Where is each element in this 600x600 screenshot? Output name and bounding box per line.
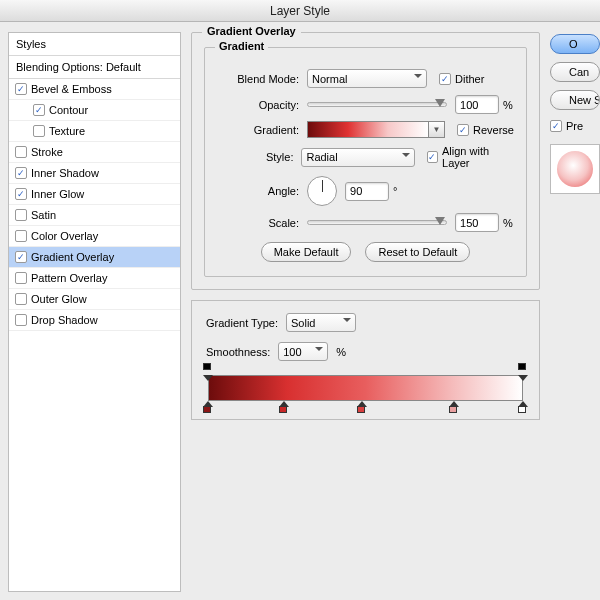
gradient-editor-group: Gradient Type: Solid Smoothness: 100 % <box>191 300 540 420</box>
style-checkbox[interactable] <box>15 293 27 305</box>
percent-label: % <box>503 217 513 229</box>
reset-default-button[interactable]: Reset to Default <box>365 242 470 262</box>
gradient-bar-container <box>208 375 523 401</box>
scale-input[interactable]: 150 <box>455 213 499 232</box>
style-checkbox[interactable] <box>15 209 27 221</box>
style-label: Outer Glow <box>31 293 87 305</box>
sidebar-heading-blending[interactable]: Blending Options: Default <box>9 56 180 79</box>
style-checkbox[interactable] <box>15 272 27 284</box>
style-item-inner-glow[interactable]: Inner Glow <box>9 184 180 205</box>
dither-label: Dither <box>455 73 484 85</box>
scale-slider[interactable] <box>307 220 447 225</box>
style-label: Drop Shadow <box>31 314 98 326</box>
style-label: Gradient Overlay <box>31 251 114 263</box>
style-item-inner-shadow[interactable]: Inner Shadow <box>9 163 180 184</box>
style-label: Inner Glow <box>31 188 84 200</box>
blend-mode-select[interactable]: Normal <box>307 69 427 88</box>
gradient-overlay-group: Gradient Overlay Gradient Blend Mode: No… <box>191 32 540 290</box>
color-stop[interactable] <box>518 401 528 413</box>
style-label: Pattern Overlay <box>31 272 107 284</box>
style-checkbox[interactable] <box>15 188 27 200</box>
style-label: Style: <box>217 151 293 163</box>
checkmark-icon <box>550 120 562 132</box>
style-checkbox[interactable] <box>33 104 45 116</box>
percent-label: % <box>503 99 513 111</box>
window-title: Layer Style <box>0 0 600 22</box>
angle-dial[interactable] <box>307 176 337 206</box>
style-checkbox[interactable] <box>15 83 27 95</box>
style-checkbox[interactable] <box>15 167 27 179</box>
action-buttons-column: O Can New S Pre <box>550 32 600 592</box>
color-stop[interactable] <box>279 401 289 413</box>
align-label: Align with Layer <box>442 145 514 169</box>
style-item-contour[interactable]: Contour <box>9 100 180 121</box>
style-label: Texture <box>49 125 85 137</box>
preview-swatch-box <box>550 144 600 194</box>
reverse-checkbox[interactable]: Reverse <box>457 124 514 136</box>
style-select[interactable]: Radial <box>301 148 414 167</box>
angle-input[interactable]: 90 <box>345 182 389 201</box>
style-item-color-overlay[interactable]: Color Overlay <box>9 226 180 247</box>
sidebar-heading-styles[interactable]: Styles <box>9 33 180 56</box>
percent-label: % <box>336 346 346 358</box>
style-item-stroke[interactable]: Stroke <box>9 142 180 163</box>
checkmark-icon <box>457 124 469 136</box>
opacity-stop[interactable] <box>203 363 213 375</box>
color-stop[interactable] <box>203 401 213 413</box>
gradient-type-select[interactable]: Solid <box>286 313 356 332</box>
style-checkbox[interactable] <box>33 125 45 137</box>
style-item-gradient-overlay[interactable]: Gradient Overlay <box>9 247 180 268</box>
ok-button[interactable]: O <box>550 34 600 54</box>
style-label: Bevel & Emboss <box>31 83 112 95</box>
opacity-slider[interactable] <box>307 102 447 107</box>
gradient-type-label: Gradient Type: <box>206 317 278 329</box>
style-label: Stroke <box>31 146 63 158</box>
reverse-label: Reverse <box>473 124 514 136</box>
main-panel: Gradient Overlay Gradient Blend Mode: No… <box>191 32 540 592</box>
make-default-button[interactable]: Make Default <box>261 242 352 262</box>
styles-sidebar: Styles Blending Options: Default Bevel &… <box>8 32 181 592</box>
new-style-button[interactable]: New S <box>550 90 600 110</box>
scale-label: Scale: <box>217 217 299 229</box>
gradient-subgroup: Gradient Blend Mode: Normal Dither Opaci… <box>204 47 527 277</box>
preview-label: Pre <box>566 120 583 132</box>
align-checkbox[interactable]: Align with Layer <box>427 145 514 169</box>
dither-checkbox[interactable]: Dither <box>439 73 484 85</box>
style-item-bevel-emboss[interactable]: Bevel & Emboss <box>9 79 180 100</box>
blend-mode-label: Blend Mode: <box>217 73 299 85</box>
style-item-pattern-overlay[interactable]: Pattern Overlay <box>9 268 180 289</box>
style-checkbox[interactable] <box>15 251 27 263</box>
gradient-dropdown-icon[interactable]: ▼ <box>429 121 445 138</box>
opacity-input[interactable]: 100 <box>455 95 499 114</box>
style-checkbox[interactable] <box>15 314 27 326</box>
cancel-button[interactable]: Can <box>550 62 600 82</box>
preview-checkbox[interactable]: Pre <box>550 120 600 132</box>
style-item-outer-glow[interactable]: Outer Glow <box>9 289 180 310</box>
smoothness-input[interactable]: 100 <box>278 342 328 361</box>
preview-swatch <box>557 151 593 187</box>
style-label: Contour <box>49 104 88 116</box>
group-title: Gradient Overlay <box>202 25 301 37</box>
checkmark-icon <box>427 151 438 163</box>
app-body: Styles Blending Options: Default Bevel &… <box>0 22 600 592</box>
style-item-drop-shadow[interactable]: Drop Shadow <box>9 310 180 331</box>
opacity-label: Opacity: <box>217 99 299 111</box>
color-stop[interactable] <box>449 401 459 413</box>
style-checkbox[interactable] <box>15 146 27 158</box>
style-item-texture[interactable]: Texture <box>9 121 180 142</box>
style-item-satin[interactable]: Satin <box>9 205 180 226</box>
angle-label: Angle: <box>217 185 299 197</box>
gradient-label: Gradient: <box>217 124 299 136</box>
color-stop[interactable] <box>357 401 367 413</box>
degree-label: ° <box>393 185 397 197</box>
opacity-stop[interactable] <box>518 363 528 375</box>
style-label: Color Overlay <box>31 230 98 242</box>
style-label: Inner Shadow <box>31 167 99 179</box>
smoothness-label: Smoothness: <box>206 346 270 358</box>
style-label: Satin <box>31 209 56 221</box>
style-checkbox[interactable] <box>15 230 27 242</box>
subgroup-title: Gradient <box>215 40 268 52</box>
gradient-bar[interactable] <box>208 375 523 401</box>
gradient-preview[interactable] <box>307 121 429 138</box>
checkmark-icon <box>439 73 451 85</box>
